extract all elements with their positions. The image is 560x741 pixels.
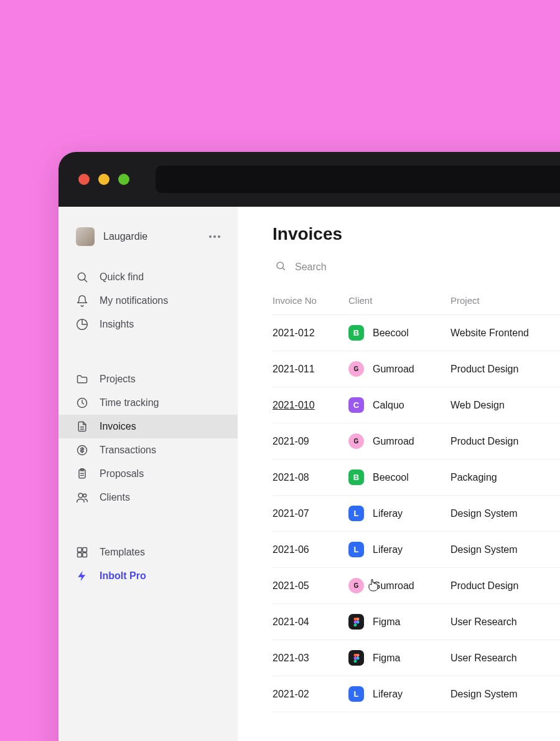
bolt-icon — [76, 570, 88, 582]
sidebar-item-projects[interactable]: Projects — [58, 367, 238, 391]
cell-project[interactable]: Packaging — [450, 460, 560, 496]
cell-invoice-no[interactable]: 2021-011 — [273, 351, 348, 387]
sidebar-item-inbolt-pro[interactable]: Inbolt Pro — [58, 564, 238, 588]
cell-invoice-no[interactable]: 2021-03 — [273, 640, 348, 676]
cell-client[interactable]: GGumroad — [348, 351, 450, 387]
cell-project[interactable]: Product Design — [450, 423, 560, 460]
table-row[interactable]: 2021-09GGumroadProduct Design — [273, 423, 560, 460]
client-logo-liferay: L — [348, 542, 364, 557]
sidebar-item-insights[interactable]: Insights — [58, 313, 238, 336]
cell-invoice-no[interactable]: 2021-02 — [273, 676, 348, 712]
sidebar-item-clients[interactable]: Clients — [58, 486, 238, 509]
sidebar-item-transactions[interactable]: Transactions — [58, 438, 238, 462]
client-name: Calquo — [373, 400, 404, 411]
cell-invoice-no[interactable]: 2021-04 — [273, 604, 348, 640]
client-name: Liferay — [373, 508, 403, 519]
nav-group-3: TemplatesInbolt Pro — [58, 540, 238, 588]
table-row[interactable]: 2021-05GGumroadProduct Design — [273, 568, 560, 604]
svg-point-11 — [78, 493, 83, 498]
cell-invoice-no[interactable]: 2021-09 — [273, 423, 348, 460]
sidebar-item-my-notifications[interactable]: My notifications — [58, 289, 238, 313]
table-row[interactable]: 2021-03FigmaUser Research — [273, 640, 560, 676]
traffic-lights — [78, 174, 129, 185]
profile-section[interactable]: Laugardie — [58, 222, 238, 252]
cell-invoice-no[interactable]: 2021-07 — [273, 496, 348, 532]
cell-client[interactable]: BBeecool — [348, 315, 450, 351]
app-body: Laugardie Quick findMy notificationsInsi… — [58, 207, 560, 741]
cell-client[interactable]: LLiferay — [348, 676, 450, 712]
sidebar-item-label: Insights — [100, 319, 134, 330]
cell-project[interactable]: Design System — [450, 496, 560, 532]
cell-project[interactable]: User Research — [450, 604, 560, 640]
cell-invoice-no[interactable]: 2021-08 — [273, 460, 348, 496]
cell-client[interactable]: CCalquo — [348, 387, 450, 423]
cell-project[interactable]: Design System — [450, 676, 560, 712]
cell-project[interactable]: Design System — [450, 532, 560, 568]
cell-invoice-no[interactable]: 2021-012 — [273, 315, 348, 351]
address-bar[interactable] — [156, 166, 560, 193]
sidebar-item-label: Clients — [100, 492, 130, 503]
sidebar-item-time-tracking[interactable]: Time tracking — [58, 391, 238, 415]
clock-icon — [76, 397, 88, 409]
col-header-invoice-no[interactable]: Invoice No — [273, 286, 348, 315]
client-logo-gumroad: G — [348, 578, 364, 593]
cell-client[interactable]: BBeecool — [348, 460, 450, 496]
table-row[interactable]: 2021-012BBeecoolWebsite Frontend — [273, 315, 560, 351]
titlebar — [58, 152, 560, 207]
cell-client[interactable]: LLiferay — [348, 496, 450, 532]
cell-client[interactable]: GGumroad — [348, 423, 450, 460]
client-logo-figma — [348, 650, 364, 666]
cell-invoice-no[interactable]: 2021-06 — [273, 532, 348, 568]
table-row[interactable]: 2021-04FigmaUser Research — [273, 604, 560, 640]
client-logo-gumroad: G — [348, 361, 364, 377]
col-header-project[interactable]: Project — [450, 286, 560, 315]
app-window: Laugardie Quick findMy notificationsInsi… — [58, 152, 560, 741]
folder-icon — [76, 373, 88, 385]
cell-client[interactable]: GGumroad — [348, 568, 450, 604]
cell-project[interactable]: Website Frontend — [450, 315, 560, 351]
table-row[interactable]: 2021-010CCalquoWeb Design — [273, 387, 560, 423]
window-minimize-button[interactable] — [98, 174, 110, 185]
cell-invoice-no[interactable]: 2021-05 — [273, 568, 348, 604]
table-row[interactable]: 2021-02LLiferayDesign System — [273, 676, 560, 712]
cell-client[interactable]: LLiferay — [348, 532, 450, 568]
sidebar-item-label: Invoices — [100, 421, 136, 432]
col-header-client[interactable]: Client — [348, 286, 450, 315]
table-row[interactable]: 2021-011GGumroadProduct Design — [273, 351, 560, 387]
sidebar-item-label: Projects — [100, 374, 136, 385]
cell-client[interactable]: Figma — [348, 604, 450, 640]
search-field[interactable] — [273, 257, 560, 286]
window-maximize-button[interactable] — [118, 174, 129, 185]
table-row[interactable]: 2021-08BBeecoolPackaging — [273, 460, 560, 496]
search-input[interactable] — [295, 262, 419, 273]
svg-rect-16 — [83, 553, 87, 557]
more-icon[interactable] — [209, 235, 220, 238]
svg-rect-13 — [78, 548, 82, 552]
sidebar-item-label: Quick find — [100, 271, 144, 283]
sidebar-item-label: Proposals — [100, 468, 144, 479]
client-name: Liferay — [373, 544, 403, 555]
nav-group-2: ProjectsTime trackingInvoicesTransaction… — [58, 367, 238, 509]
client-name: Gumroad — [373, 436, 414, 447]
sidebar-item-invoices[interactable]: Invoices — [58, 415, 238, 438]
cell-invoice-no[interactable]: 2021-010 — [273, 387, 348, 423]
table-row[interactable]: 2021-06LLiferayDesign System — [273, 532, 560, 568]
cell-project[interactable]: Product Design — [450, 568, 560, 604]
sidebar-item-label: Time tracking — [100, 397, 159, 408]
cell-project[interactable]: Product Design — [450, 351, 560, 387]
sidebar-item-label: Transactions — [100, 445, 156, 456]
client-name: Gumroad — [373, 580, 414, 592]
table-row[interactable]: 2021-07LLiferayDesign System — [273, 496, 560, 532]
sidebar-item-label: Inbolt Pro — [100, 570, 146, 582]
cell-project[interactable]: User Research — [450, 640, 560, 676]
cell-client[interactable]: Figma — [348, 640, 450, 676]
client-logo-beecool: B — [348, 325, 364, 341]
invoices-table: Invoice No Client Project 2021-012BBeeco… — [273, 286, 560, 712]
main-content: Invoices Invoice No Client Project 2021-… — [238, 207, 560, 741]
sidebar-item-quick-find[interactable]: Quick find — [58, 265, 238, 289]
cell-project[interactable]: Web Design — [450, 387, 560, 423]
client-logo-beecool: B — [348, 470, 364, 485]
sidebar-item-templates[interactable]: Templates — [58, 540, 238, 564]
window-close-button[interactable] — [78, 174, 90, 185]
sidebar-item-proposals[interactable]: Proposals — [58, 462, 238, 486]
